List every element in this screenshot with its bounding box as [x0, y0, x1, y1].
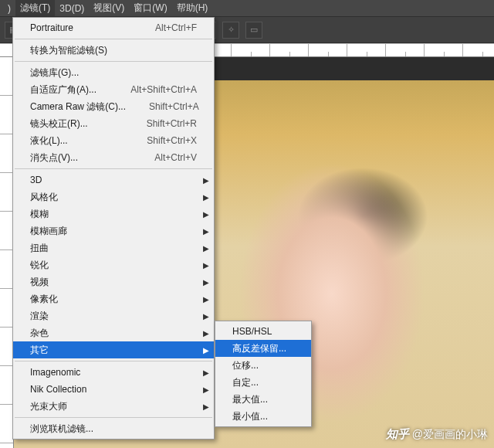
menu-item[interactable]: 锐化▶ — [13, 256, 214, 273]
menu-separator — [15, 361, 212, 361]
menu-item[interactable]: 渲染▶ — [13, 307, 214, 324]
other-submenu: HSB/HSL高反差保留...位移...自定...最大值...最小值... — [215, 321, 312, 427]
menu-bar: ) 滤镜(T) 3D(D) 视图(V) 窗口(W) 帮助(H) — [0, 0, 494, 17]
menu-item-label: 模糊画廊 — [30, 225, 197, 238]
menu-item-shortcut: Alt+Shift+Ctrl+A — [107, 84, 197, 95]
menu-item[interactable]: 滤镜库(G)... — [13, 64, 214, 81]
menu-item-label: 液化(L)... — [30, 134, 124, 148]
menu-item-label: Camera Raw 滤镜(C)... — [30, 100, 126, 114]
submenu-arrow-icon: ▶ — [203, 368, 209, 377]
menu-3d[interactable]: 3D(D) — [55, 0, 89, 16]
menu-help[interactable]: 帮助(H) — [172, 0, 213, 16]
menu-item-label: 滤镜库(G)... — [30, 66, 197, 80]
submenu-arrow-icon: ▶ — [203, 210, 209, 219]
submenu-arrow-icon: ▶ — [203, 278, 209, 287]
submenu-arrow-icon: ▶ — [203, 261, 209, 270]
menu-item[interactable]: Imagenomic▶ — [13, 364, 214, 381]
menu-window[interactable]: 窗口(W) — [129, 0, 171, 16]
submenu-arrow-icon: ▶ — [203, 295, 209, 304]
menu-item[interactable]: Nik Collection▶ — [13, 381, 214, 398]
menu-item-label: Nik Collection — [30, 384, 197, 395]
menu-item[interactable]: 光束大师▶ — [13, 398, 214, 415]
submenu-arrow-icon: ▶ — [203, 244, 209, 253]
menu-item-label: 高反差保留... — [232, 342, 294, 355]
menubar-partial: ) — [3, 0, 15, 16]
menu-item-label: 浏览联机滤镜... — [30, 423, 197, 436]
menu-item[interactable]: 其它▶ — [13, 341, 214, 358]
tool-icon[interactable]: ▭ — [245, 22, 262, 39]
menu-separator — [15, 39, 212, 39]
submenu-arrow-icon: ▶ — [203, 329, 209, 338]
menu-item-label: 模糊 — [30, 208, 197, 221]
menu-item-label: 锐化 — [30, 259, 197, 272]
menu-item-browse-online[interactable]: 浏览联机滤镜... — [13, 420, 214, 437]
menu-item-label: 3D — [30, 175, 197, 185]
submenu-arrow-icon: ▶ — [203, 385, 209, 394]
menu-item-label: 自适应广角(A)... — [30, 83, 107, 97]
menu-item[interactable]: 自适应广角(A)...Alt+Shift+Ctrl+A — [13, 81, 214, 98]
menu-item-label: Imagenomic — [30, 367, 197, 378]
menu-item-shortcut: Shift+Ctrl+A — [126, 101, 199, 112]
menu-item-label: 渲染 — [30, 310, 197, 323]
watermark-text: @爱画画的小琳 — [412, 428, 488, 442]
menu-item[interactable]: 杂色▶ — [13, 324, 214, 341]
menu-item[interactable]: 3D▶ — [13, 171, 214, 188]
menu-item-label: 像素化 — [30, 293, 197, 306]
submenu-item[interactable]: 最小值... — [215, 408, 311, 425]
menu-view[interactable]: 视图(V) — [89, 0, 129, 16]
submenu-arrow-icon: ▶ — [203, 227, 209, 236]
menu-item[interactable]: 镜头校正(R)...Shift+Ctrl+R — [13, 115, 214, 132]
menu-item-label: 自定... — [232, 376, 294, 389]
menu-item-label: 其它 — [30, 344, 197, 357]
menu-item[interactable]: 模糊▶ — [13, 205, 214, 222]
filter-menu: Portraiture Alt+Ctrl+F 转换为智能滤镜(S) 滤镜库(G)… — [12, 17, 215, 440]
menu-item-label: 转换为智能滤镜(S) — [30, 44, 197, 57]
menu-item-label: 最大值... — [232, 393, 294, 406]
submenu-arrow-icon: ▶ — [203, 176, 209, 185]
menu-item-convert-smart[interactable]: 转换为智能滤镜(S) — [13, 42, 214, 59]
zhihu-logo: 知乎 — [386, 427, 409, 442]
menu-filter[interactable]: 滤镜(T) — [15, 0, 55, 16]
menu-item-label: 消失点(V)... — [30, 151, 131, 165]
menu-item-label: 风格化 — [30, 191, 197, 204]
menu-item-shortcut: Alt+Ctrl+V — [131, 152, 197, 163]
submenu-arrow-icon: ▶ — [203, 402, 209, 411]
menu-separator — [15, 417, 212, 418]
menu-item[interactable]: 消失点(V)...Alt+Ctrl+V — [13, 149, 214, 166]
submenu-item[interactable]: 高反差保留... — [215, 340, 311, 357]
tool-icon[interactable]: ✧ — [222, 22, 239, 39]
menu-item-label: 扭曲 — [30, 242, 197, 255]
submenu-item[interactable]: HSB/HSL — [215, 323, 311, 340]
menu-item-last-filter[interactable]: Portraiture Alt+Ctrl+F — [13, 19, 214, 36]
menu-item[interactable]: 液化(L)...Shift+Ctrl+X — [13, 132, 214, 149]
menu-item[interactable]: 模糊画廊▶ — [13, 222, 214, 239]
submenu-arrow-icon: ▶ — [203, 193, 209, 202]
menu-item-label: 光束大师 — [30, 400, 197, 413]
submenu-item[interactable]: 自定... — [215, 374, 311, 391]
menu-item[interactable]: 像素化▶ — [13, 290, 214, 307]
menu-item[interactable]: 风格化▶ — [13, 188, 214, 205]
submenu-item[interactable]: 位移... — [215, 357, 311, 374]
menu-item[interactable]: 视频▶ — [13, 273, 214, 290]
menu-item-shortcut: Shift+Ctrl+X — [124, 135, 197, 146]
menu-item-label: HSB/HSL — [232, 326, 294, 337]
menu-item[interactable]: Camera Raw 滤镜(C)...Shift+Ctrl+A — [13, 98, 214, 115]
menu-separator — [15, 61, 212, 62]
menu-item[interactable]: 扭曲▶ — [13, 239, 214, 256]
submenu-arrow-icon: ▶ — [203, 312, 209, 321]
menu-item-shortcut: Alt+Ctrl+F — [132, 22, 197, 33]
menu-item-label: Portraiture — [30, 22, 132, 33]
submenu-arrow-icon: ▶ — [203, 346, 209, 355]
menu-item-label: 杂色 — [30, 327, 197, 340]
menu-item-label: 位移... — [232, 359, 294, 372]
menu-separator — [15, 168, 212, 169]
watermark: 知乎 @爱画画的小琳 — [386, 427, 488, 442]
submenu-item[interactable]: 最大值... — [215, 391, 311, 408]
menu-item-label: 镜头校正(R)... — [30, 117, 124, 131]
menu-item-label: 最小值... — [232, 410, 294, 423]
menu-item-label: 视频 — [30, 276, 197, 289]
menu-item-shortcut: Shift+Ctrl+R — [124, 118, 197, 129]
